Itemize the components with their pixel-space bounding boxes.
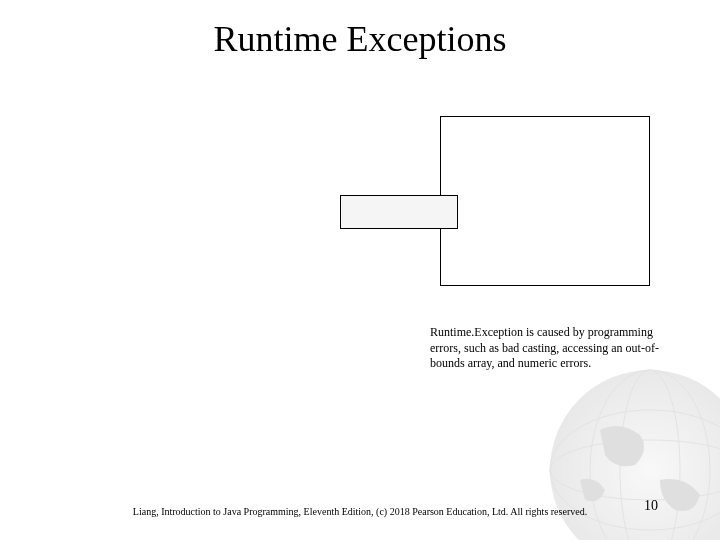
svg-point-4 [590, 370, 710, 540]
footer-citation: Liang, Introduction to Java Programming,… [130, 506, 590, 518]
svg-point-1 [550, 440, 720, 500]
diagram-large-box [440, 116, 650, 286]
page-number: 10 [644, 498, 658, 514]
svg-point-3 [620, 370, 680, 540]
slide-title: Runtime Exceptions [0, 18, 720, 60]
diagram-small-box [340, 195, 458, 229]
description-paragraph: Runtime.Exception is caused by programmi… [430, 325, 680, 372]
